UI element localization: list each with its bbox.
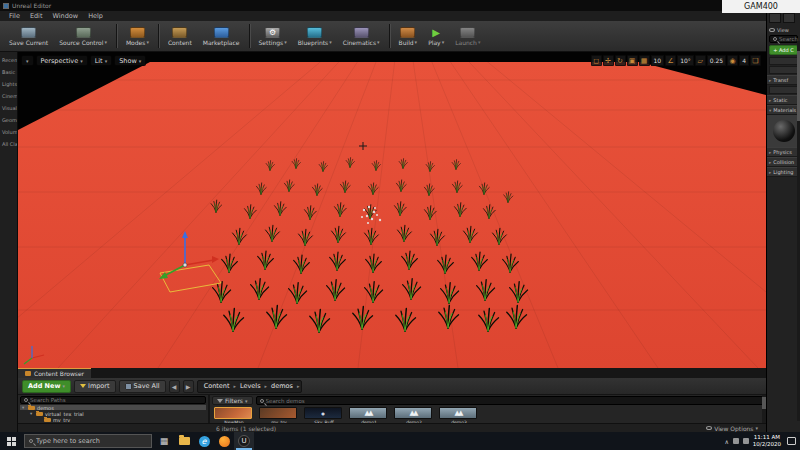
blueprints-button[interactable]: Blueprints▾ [293,26,337,47]
scale-snap-value[interactable]: 0.25 [707,55,726,66]
unreal-editor-taskbar-button[interactable]: U [234,432,254,450]
save-icon [125,383,132,390]
grid-snap-icon[interactable]: ▦ [639,55,650,66]
section-collision[interactable]: ▸Collision [767,157,800,167]
move-tool-icon[interactable]: ✢ [603,55,614,66]
content-browser-tab[interactable]: Content Browser [18,368,91,378]
tray-icon[interactable] [733,438,739,444]
menu-file[interactable]: File [4,12,25,20]
forward-button[interactable]: ▶ [183,380,194,393]
maximize-viewport-icon[interactable]: ❏ [750,55,761,66]
breadcrumb-content[interactable]: Content [200,382,234,390]
save-all-button[interactable]: Save All [119,380,166,393]
menu-edit[interactable]: Edit [25,12,48,20]
gear-icon: ⚙ [265,27,280,38]
content-browser-tabbar: Content Browser [18,368,766,378]
material-sphere-thumbnail[interactable] [773,120,795,142]
source-control-button[interactable]: Source Control▾ [54,26,112,47]
toolbar-separator [158,24,159,48]
modes-category-visual[interactable]: Visual [0,103,17,115]
select-tool-icon[interactable]: ◻ [591,55,602,66]
breadcrumb-demos[interactable]: demos [267,382,297,390]
viewport-3d[interactable]: ▾ Perspective▾ Lit▾ Show▾ ◻ ✢ ↻ ▣ ▦ 10 ∠… [18,52,766,368]
rotate-tool-icon[interactable]: ↻ [615,55,626,66]
world-outliner-tab[interactable] [769,13,781,23]
scale-tool-icon[interactable]: ▣ [627,55,638,66]
details-icon-row[interactable] [769,86,798,94]
marketplace-button[interactable]: Marketplace [198,26,245,47]
tree-item-demos[interactable]: ▾ demos [20,405,206,410]
lit-button[interactable]: Lit▾ [90,55,113,66]
eye-icon [769,28,775,32]
details-search [769,35,798,43]
grid-snap-value[interactable]: 10 [651,55,665,66]
rotation-snap-icon[interactable]: ∠ [665,55,676,66]
modes-category-basic[interactable]: Basic [0,67,17,79]
menu-window[interactable]: Window [47,12,83,20]
view-options-button[interactable]: View Options ▾ [706,425,758,432]
taskbar-search-input[interactable] [36,437,147,445]
modes-category-cinematic[interactable]: Cinema [0,91,17,103]
details-tab[interactable] [783,13,795,23]
chevron-down-icon: ▾ [139,58,142,64]
import-button[interactable]: Import [74,380,116,393]
breadcrumb-levels[interactable]: Levels [236,382,265,390]
back-button[interactable]: ◀ [169,380,180,393]
camera-speed-icon[interactable]: ◉ [727,55,738,66]
modes-category-all-classes[interactable]: All Cla [0,139,17,151]
perspective-button[interactable]: Perspective▾ [36,55,88,66]
tree-item-virtual-tex-trial[interactable]: ▾ virtual_tex_trial [20,411,206,416]
window-title: Unreal Editor [12,2,51,9]
taskbar-search[interactable] [24,434,152,448]
folder-icon [179,437,190,445]
camera-speed-value[interactable]: 4 [739,55,749,66]
file-explorer-button[interactable] [174,432,194,450]
section-static-mesh[interactable]: ▸Static [767,95,800,105]
paths-search-input[interactable] [30,397,202,403]
content-button[interactable]: Content [163,26,197,47]
content-browser-main: ▾ demos ▾ virtual_tex_trial my_try ▸ [18,395,766,423]
menu-help[interactable]: Help [83,12,108,20]
tree-item-my-try[interactable]: my_try [20,417,206,422]
section-physics[interactable]: ▸Physics [767,147,800,157]
add-component-button[interactable]: + Add C [769,45,798,55]
assets-search-input[interactable] [266,397,760,404]
modes-category-recent[interactable]: Recent [0,55,17,67]
viewport-options-button[interactable]: ▾ [21,55,34,66]
modes-category-geometry[interactable]: Geome [0,115,17,127]
save-current-button[interactable]: Save Current [4,26,53,47]
assets-scrollbar[interactable] [762,395,766,423]
chevron-right-icon: ▸ [769,160,771,165]
details-icon-row[interactable] [769,66,798,74]
settings-button[interactable]: ⚙ Settings▾ [254,26,292,47]
tray-icon[interactable] [743,438,749,444]
view-row[interactable]: View [767,25,800,34]
details-icon-row[interactable] [769,57,798,65]
firefox-button[interactable] [214,432,234,450]
play-button[interactable]: ▶ Play▾ [423,26,449,47]
level-thumbnail [439,407,477,419]
tray-expand-icon[interactable]: ∧ [724,438,728,445]
section-transform[interactable]: ▸Transf [767,75,800,85]
scale-snap-icon[interactable]: ▱ [695,55,706,66]
build-button[interactable]: Build▾ [394,26,423,47]
rotation-snap-value[interactable]: 10° [677,55,694,66]
modes-category-volumes[interactable]: Volum [0,127,17,139]
section-materials[interactable]: ▾Materials [767,105,800,115]
filters-button[interactable]: Filters ▾ [212,396,253,405]
cinematics-button[interactable]: Cinematics▾ [338,26,385,47]
section-lighting[interactable]: ▸Lighting [767,167,800,177]
notification-center-icon[interactable] [787,437,796,445]
task-view-button[interactable]: ▦ [154,432,174,450]
modes-category-lights[interactable]: Lights [0,79,17,91]
launch-button[interactable]: Launch▾ [450,26,485,47]
chevron-down-icon: ▾ [22,405,26,410]
add-new-button[interactable]: Add New ▾ [22,380,71,393]
blueprints-icon [307,27,322,38]
system-tray: ∧ 11:11 AM 10/2/2020 [724,432,800,450]
start-button[interactable] [0,432,22,450]
edge-button[interactable]: e [194,432,214,450]
modes-button[interactable]: Modes▾ [121,26,154,47]
show-button[interactable]: Show▾ [114,55,146,66]
taskbar-clock[interactable]: 11:11 AM 10/2/2020 [753,434,781,448]
